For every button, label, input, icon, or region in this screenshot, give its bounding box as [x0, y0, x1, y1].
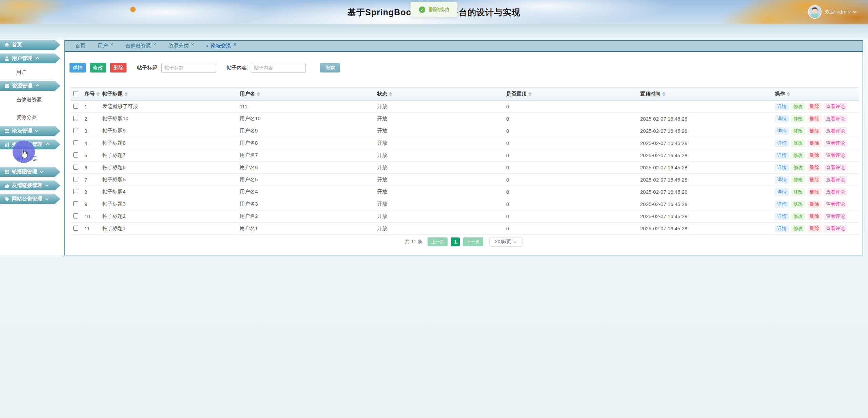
row-view-comments-link[interactable]: 查看评论: [824, 201, 847, 208]
sidebar-item-site-notice-management[interactable]: 网站公告管理: [0, 194, 60, 204]
tab-resource-category[interactable]: 资源分类 ×: [169, 43, 194, 49]
cell-title: 帖子标题4: [102, 186, 240, 198]
row-checkbox[interactable]: [73, 116, 78, 121]
sidebar-item-user-management[interactable]: 用户管理: [0, 54, 60, 63]
tab-guitar-scores[interactable]: 吉他谱资源 ×: [125, 43, 156, 49]
row-detail-link[interactable]: 详情: [775, 176, 789, 184]
chevron-down-icon[interactable]: [853, 9, 856, 13]
row-detail-link[interactable]: 详情: [775, 201, 789, 208]
row-edit-link[interactable]: 修改: [791, 225, 805, 232]
row-view-comments-link[interactable]: 查看评论: [824, 127, 847, 135]
sort-caret-icon[interactable]: [124, 92, 128, 97]
row-view-comments-link[interactable]: 查看评论: [824, 103, 847, 110]
row-delete-link[interactable]: 删除: [807, 225, 822, 232]
sort-caret-icon[interactable]: [528, 92, 532, 97]
row-detail-link[interactable]: 详情: [775, 213, 789, 220]
row-view-comments-link[interactable]: 查看评论: [824, 213, 847, 220]
row-detail-link[interactable]: 详情: [775, 115, 789, 123]
detail-button[interactable]: 详情: [70, 63, 86, 72]
edit-button[interactable]: 修改: [90, 63, 106, 72]
sidebar-subitem-resource-category[interactable]: 资源分类: [0, 108, 60, 126]
row-delete-link[interactable]: 删除: [807, 152, 822, 159]
row-checkbox[interactable]: [73, 213, 78, 218]
row-checkbox[interactable]: [73, 152, 78, 158]
sort-caret-icon[interactable]: [389, 92, 392, 97]
row-edit-link[interactable]: 修改: [791, 213, 805, 220]
close-icon[interactable]: ×: [110, 42, 113, 47]
page-size-select[interactable]: 20条/页: [489, 237, 522, 247]
row-edit-link[interactable]: 修改: [791, 127, 805, 135]
row-checkbox[interactable]: [73, 104, 78, 109]
post-content-input[interactable]: [251, 63, 306, 72]
row-edit-link[interactable]: 修改: [791, 164, 805, 171]
prev-page-button[interactable]: 上一页: [428, 237, 448, 246]
tab-home[interactable]: 首页: [75, 43, 85, 49]
sidebar-item-home[interactable]: 首页: [0, 40, 60, 50]
sort-caret-icon[interactable]: [662, 92, 666, 97]
row-view-comments-link[interactable]: 查看评论: [824, 225, 847, 232]
avatar[interactable]: [808, 5, 822, 19]
row-edit-link[interactable]: 修改: [791, 188, 805, 196]
row-delete-link[interactable]: 删除: [807, 188, 822, 196]
row-edit-link[interactable]: 修改: [791, 152, 805, 159]
sidebar-item-friend-links-management[interactable]: 友情链接管理: [0, 181, 60, 190]
row-delete-link[interactable]: 删除: [807, 127, 822, 135]
row-detail-link[interactable]: 详情: [775, 140, 789, 147]
hand-pointer-icon: [19, 149, 29, 159]
row-view-comments-link[interactable]: 查看评论: [824, 164, 847, 171]
row-delete-link[interactable]: 删除: [807, 140, 822, 147]
close-icon[interactable]: ×: [153, 42, 156, 47]
row-view-comments-link[interactable]: 查看评论: [824, 140, 847, 147]
search-button[interactable]: 搜索: [320, 63, 340, 72]
row-detail-link[interactable]: 详情: [775, 152, 789, 159]
row-edit-link[interactable]: 修改: [791, 103, 805, 110]
row-view-comments-link[interactable]: 查看评论: [824, 115, 847, 123]
row-view-comments-link[interactable]: 查看评论: [824, 152, 847, 159]
close-icon[interactable]: ×: [191, 42, 194, 47]
sidebar-subitem-guitar-scores[interactable]: 吉他谱资源: [0, 91, 60, 108]
row-delete-link[interactable]: 删除: [807, 213, 822, 220]
row-detail-link[interactable]: 详情: [775, 164, 789, 171]
tab-users[interactable]: 用户 ×: [98, 43, 113, 49]
row-delete-link[interactable]: 删除: [807, 115, 822, 123]
next-page-button[interactable]: 下一页: [463, 237, 483, 246]
row-delete-link[interactable]: 删除: [807, 176, 822, 184]
sidebar-subitem-user[interactable]: 用户: [0, 63, 60, 81]
row-checkbox[interactable]: [73, 128, 78, 133]
cell-index: 9: [84, 198, 102, 210]
table-header-row: 序号 帖子标题 用户名 状态 是否置顶 置顶时间 操作: [70, 88, 859, 101]
current-page-button[interactable]: 1: [451, 237, 460, 246]
sort-caret-icon[interactable]: [257, 92, 260, 97]
row-checkbox[interactable]: [73, 226, 78, 231]
row-checkbox[interactable]: [73, 140, 78, 145]
row-edit-link[interactable]: 修改: [791, 201, 805, 208]
row-delete-link[interactable]: 删除: [807, 164, 822, 171]
row-view-comments-link[interactable]: 查看评论: [824, 188, 847, 196]
close-icon[interactable]: ×: [233, 42, 236, 47]
row-detail-link[interactable]: 详情: [775, 188, 789, 196]
row-edit-link[interactable]: 修改: [791, 140, 805, 147]
row-delete-link[interactable]: 删除: [807, 103, 822, 110]
row-detail-link[interactable]: 详情: [775, 103, 789, 110]
sort-caret-icon[interactable]: [787, 92, 790, 97]
delete-button[interactable]: 删除: [110, 63, 126, 72]
row-detail-link[interactable]: 详情: [775, 127, 789, 135]
row-checkbox[interactable]: [73, 165, 78, 170]
tab-forum-active[interactable]: ● 论坛交流 ×: [206, 43, 236, 49]
select-all-checkbox[interactable]: [73, 91, 78, 96]
row-checkbox[interactable]: [73, 201, 78, 206]
row-checkbox[interactable]: [73, 189, 78, 194]
row-view-comments-link[interactable]: 查看评论: [824, 176, 847, 184]
sort-caret-icon[interactable]: [96, 92, 100, 97]
sidebar-item-forum-management[interactable]: 论坛管理: [0, 126, 60, 136]
row-delete-link[interactable]: 删除: [807, 201, 822, 208]
row-edit-link[interactable]: 修改: [791, 115, 805, 123]
row-checkbox[interactable]: [73, 177, 78, 182]
sidebar-item-label: 资源管理: [12, 83, 32, 89]
row-detail-link[interactable]: 详情: [775, 225, 789, 232]
sidebar-item-carousel-management[interactable]: 轮播图管理: [0, 167, 60, 177]
post-title-input[interactable]: [161, 63, 216, 72]
row-edit-link[interactable]: 修改: [791, 176, 805, 184]
user-box[interactable]: 欢迎 admin: [808, 5, 856, 19]
sidebar-item-resource-management[interactable]: 资源管理: [0, 81, 60, 91]
